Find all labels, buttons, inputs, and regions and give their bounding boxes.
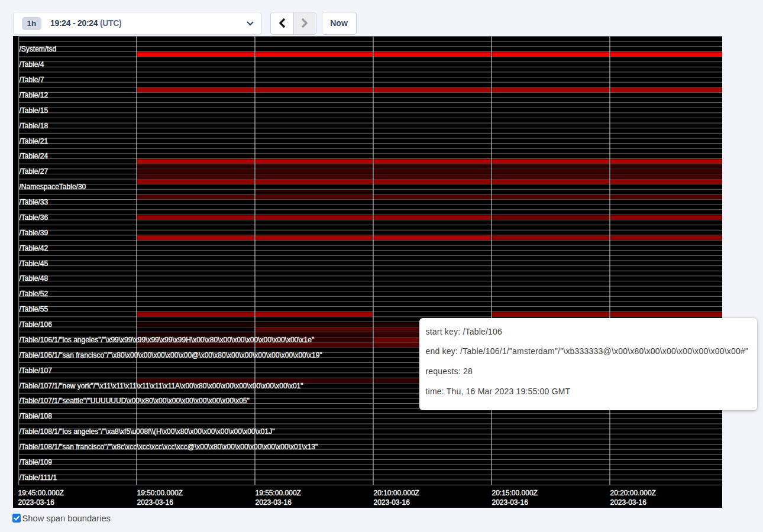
svg-text:/Table/27: /Table/27	[20, 167, 49, 176]
svg-text:20:15:00.000Z: 20:15:00.000Z	[492, 489, 538, 497]
svg-text:19:55:00.000Z: 19:55:00.000Z	[256, 489, 301, 497]
svg-text:/Table/106: /Table/106	[20, 320, 53, 329]
svg-text:/Table/55: /Table/55	[20, 305, 49, 313]
svg-text:20:20:00.000Z: 20:20:00.000Z	[610, 489, 656, 497]
svg-text:/Table/4: /Table/4	[20, 60, 44, 69]
svg-text:2023-03-16: 2023-03-16	[374, 498, 410, 507]
svg-text:/Table/12: /Table/12	[20, 91, 49, 99]
svg-text:/Table/107/1/"new york"/"\x11\: /Table/107/1/"new york"/"\x11\x11\x11\x1…	[20, 382, 303, 390]
svg-text:/System/tsd: /System/tsd	[20, 45, 57, 53]
svg-text:/Table/108/1/"los angeles"/"\x: /Table/108/1/"los angeles"/"\xa8\xf5\u00…	[20, 427, 275, 436]
svg-text:/Table/109: /Table/109	[20, 458, 53, 466]
svg-text:/Table/15: /Table/15	[20, 106, 49, 115]
svg-text:19:50:00.000Z: 19:50:00.000Z	[137, 489, 183, 497]
svg-text:/Table/48: /Table/48	[20, 274, 49, 283]
svg-text:2023-03-16: 2023-03-16	[137, 498, 174, 507]
svg-text:/Table/45: /Table/45	[20, 259, 49, 268]
svg-text:/Table/42: /Table/42	[20, 244, 49, 252]
svg-text:/Table/7: /Table/7	[20, 76, 44, 84]
svg-text:/Table/33: /Table/33	[20, 198, 49, 206]
svg-text:/Table/107/1/"seattle"/"UUUUUU: /Table/107/1/"seattle"/"UUUUUUD\x00\x80\…	[20, 397, 250, 405]
svg-text:/Table/36: /Table/36	[20, 213, 49, 222]
svg-text:/Table/108/1/"san francisco"/": /Table/108/1/"san francisco"/"\x8c\xcc\x…	[20, 443, 318, 451]
svg-text:/Table/21: /Table/21	[20, 137, 49, 145]
svg-text:2023-03-16: 2023-03-16	[18, 498, 55, 507]
svg-text:2023-03-16: 2023-03-16	[610, 498, 647, 507]
svg-text:2023-03-16: 2023-03-16	[492, 498, 529, 507]
svg-text:/Table/106/1/"los angeles"/"\x: /Table/106/1/"los angeles"/"\x99\x99\x99…	[20, 336, 315, 344]
svg-text:19:45:00.000Z: 19:45:00.000Z	[18, 489, 64, 497]
svg-text:/Table/107: /Table/107	[20, 366, 53, 375]
svg-text:/Table/108: /Table/108	[20, 412, 53, 420]
svg-text:/NamespaceTable/30: /NamespaceTable/30	[20, 183, 86, 191]
svg-text:/Table/52: /Table/52	[20, 290, 49, 298]
svg-text:/Table/106/1/"san francisco"/": /Table/106/1/"san francisco"/"\x80\x00\x…	[20, 351, 322, 359]
svg-text:2023-03-16: 2023-03-16	[256, 498, 292, 507]
svg-text:/Table/18: /Table/18	[20, 122, 49, 130]
svg-text:20:10:00.000Z: 20:10:00.000Z	[374, 489, 419, 497]
svg-text:/Table/111/1: /Table/111/1	[20, 473, 57, 482]
svg-text:/Table/24: /Table/24	[20, 152, 49, 160]
svg-text:/Table/39: /Table/39	[20, 229, 49, 237]
